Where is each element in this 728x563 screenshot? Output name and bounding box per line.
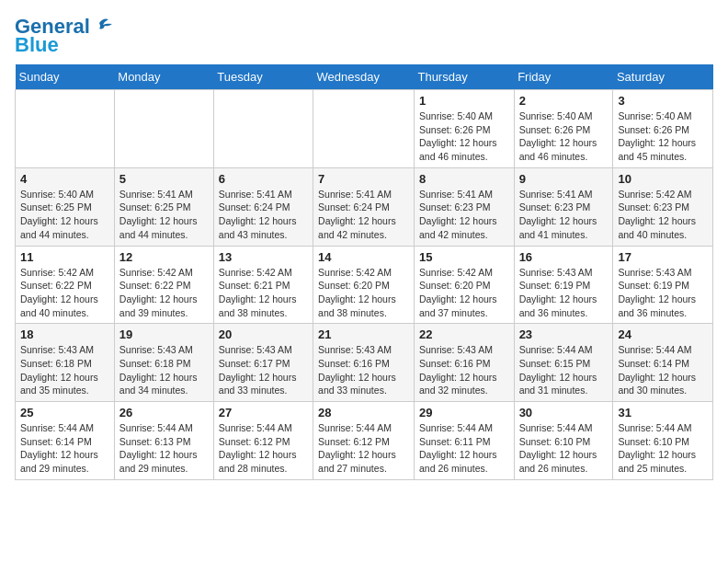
day-info: Sunrise: 5:40 AM Sunset: 6:26 PM Dayligh… [618, 109, 708, 164]
day-number: 1 [419, 94, 509, 108]
day-number: 6 [219, 172, 308, 186]
day-info: Sunrise: 5:41 AM Sunset: 6:24 PM Dayligh… [318, 188, 409, 242]
day-number: 19 [119, 327, 209, 341]
calendar-cell: 10Sunrise: 5:42 AM Sunset: 6:23 PM Dayli… [613, 167, 713, 246]
day-info: Sunrise: 5:44 AM Sunset: 6:10 PM Dayligh… [519, 421, 609, 476]
day-info: Sunrise: 5:43 AM Sunset: 6:18 PM Dayligh… [20, 343, 109, 397]
calendar-cell: 18Sunrise: 5:43 AM Sunset: 6:18 PM Dayli… [16, 324, 115, 402]
day-header-sunday: Sunday [16, 64, 115, 90]
day-info: Sunrise: 5:43 AM Sunset: 6:16 PM Dayligh… [318, 343, 409, 397]
calendar-cell: 24Sunrise: 5:44 AM Sunset: 6:14 PM Dayli… [613, 324, 713, 402]
calendar-cell [213, 90, 313, 168]
day-info: Sunrise: 5:42 AM Sunset: 6:22 PM Dayligh… [20, 266, 109, 320]
day-number: 12 [119, 250, 209, 264]
day-info: Sunrise: 5:41 AM Sunset: 6:23 PM Dayligh… [419, 188, 509, 242]
calendar-cell: 1Sunrise: 5:40 AM Sunset: 6:26 PM Daylig… [414, 90, 514, 168]
calendar-cell: 6Sunrise: 5:41 AM Sunset: 6:24 PM Daylig… [213, 167, 313, 246]
calendar-cell: 12Sunrise: 5:42 AM Sunset: 6:22 PM Dayli… [114, 246, 213, 324]
calendar-cell: 14Sunrise: 5:42 AM Sunset: 6:20 PM Dayli… [313, 246, 415, 324]
day-info: Sunrise: 5:44 AM Sunset: 6:14 PM Dayligh… [20, 421, 109, 476]
calendar-cell [16, 90, 115, 168]
day-info: Sunrise: 5:42 AM Sunset: 6:20 PM Dayligh… [318, 266, 409, 320]
week-row-5: 25Sunrise: 5:44 AM Sunset: 6:14 PM Dayli… [16, 402, 713, 480]
calendar-cell: 19Sunrise: 5:43 AM Sunset: 6:18 PM Dayli… [114, 324, 213, 402]
day-info: Sunrise: 5:43 AM Sunset: 6:17 PM Dayligh… [219, 343, 308, 397]
day-info: Sunrise: 5:41 AM Sunset: 6:24 PM Dayligh… [219, 188, 308, 242]
week-row-4: 18Sunrise: 5:43 AM Sunset: 6:18 PM Dayli… [16, 324, 713, 402]
calendar-table: SundayMondayTuesdayWednesdayThursdayFrid… [15, 64, 713, 480]
day-info: Sunrise: 5:44 AM Sunset: 6:13 PM Dayligh… [119, 421, 209, 476]
day-number: 26 [119, 406, 209, 419]
calendar-cell: 20Sunrise: 5:43 AM Sunset: 6:17 PM Dayli… [213, 324, 313, 402]
day-info: Sunrise: 5:40 AM Sunset: 6:25 PM Dayligh… [20, 188, 109, 242]
day-number: 25 [20, 406, 109, 419]
day-number: 27 [219, 406, 308, 419]
day-header-thursday: Thursday [414, 64, 514, 90]
day-info: Sunrise: 5:41 AM Sunset: 6:23 PM Dayligh… [519, 188, 609, 242]
calendar-cell: 26Sunrise: 5:44 AM Sunset: 6:13 PM Dayli… [114, 402, 213, 480]
day-info: Sunrise: 5:42 AM Sunset: 6:23 PM Dayligh… [618, 188, 708, 242]
day-info: Sunrise: 5:40 AM Sunset: 6:26 PM Dayligh… [519, 109, 609, 164]
day-number: 28 [318, 406, 409, 419]
calendar-cell: 17Sunrise: 5:43 AM Sunset: 6:19 PM Dayli… [613, 246, 713, 324]
calendar-cell: 9Sunrise: 5:41 AM Sunset: 6:23 PM Daylig… [514, 167, 613, 246]
day-header-saturday: Saturday [613, 64, 713, 90]
calendar-cell: 16Sunrise: 5:43 AM Sunset: 6:19 PM Dayli… [514, 246, 613, 324]
calendar-cell: 5Sunrise: 5:41 AM Sunset: 6:25 PM Daylig… [114, 167, 213, 246]
day-number: 31 [618, 406, 708, 419]
calendar-cell: 8Sunrise: 5:41 AM Sunset: 6:23 PM Daylig… [414, 167, 514, 246]
calendar-cell: 29Sunrise: 5:44 AM Sunset: 6:11 PM Dayli… [414, 402, 514, 480]
day-info: Sunrise: 5:44 AM Sunset: 6:12 PM Dayligh… [219, 421, 308, 476]
day-number: 8 [419, 172, 509, 186]
calendar-cell: 13Sunrise: 5:42 AM Sunset: 6:21 PM Dayli… [213, 246, 313, 324]
day-info: Sunrise: 5:42 AM Sunset: 6:21 PM Dayligh… [219, 266, 308, 320]
day-number: 21 [318, 327, 409, 341]
day-number: 16 [519, 250, 609, 264]
day-number: 7 [318, 172, 409, 186]
day-info: Sunrise: 5:44 AM Sunset: 6:10 PM Dayligh… [618, 421, 708, 476]
day-number: 20 [219, 327, 308, 341]
day-number: 2 [519, 94, 609, 108]
day-number: 22 [419, 327, 509, 341]
day-info: Sunrise: 5:40 AM Sunset: 6:26 PM Dayligh… [419, 109, 509, 164]
day-info: Sunrise: 5:42 AM Sunset: 6:22 PM Dayligh… [119, 266, 209, 320]
week-row-1: 1Sunrise: 5:40 AM Sunset: 6:26 PM Daylig… [16, 90, 713, 168]
day-header-tuesday: Tuesday [213, 64, 313, 90]
day-info: Sunrise: 5:44 AM Sunset: 6:11 PM Dayligh… [419, 421, 509, 476]
day-info: Sunrise: 5:44 AM Sunset: 6:15 PM Dayligh… [519, 343, 609, 397]
day-number: 3 [618, 94, 708, 108]
day-number: 5 [119, 172, 209, 186]
calendar-cell: 3Sunrise: 5:40 AM Sunset: 6:26 PM Daylig… [613, 90, 713, 168]
calendar-cell: 11Sunrise: 5:42 AM Sunset: 6:22 PM Dayli… [16, 246, 115, 324]
calendar-cell: 28Sunrise: 5:44 AM Sunset: 6:12 PM Dayli… [313, 402, 415, 480]
calendar-cell [313, 90, 415, 168]
calendar-cell: 15Sunrise: 5:42 AM Sunset: 6:20 PM Dayli… [414, 246, 514, 324]
calendar-cell: 7Sunrise: 5:41 AM Sunset: 6:24 PM Daylig… [313, 167, 415, 246]
day-info: Sunrise: 5:41 AM Sunset: 6:25 PM Dayligh… [119, 188, 209, 242]
day-info: Sunrise: 5:42 AM Sunset: 6:20 PM Dayligh… [419, 266, 509, 320]
day-number: 30 [519, 406, 609, 419]
day-number: 14 [318, 250, 409, 264]
day-number: 15 [419, 250, 509, 264]
calendar-cell: 2Sunrise: 5:40 AM Sunset: 6:26 PM Daylig… [514, 90, 613, 168]
calendar-cell: 25Sunrise: 5:44 AM Sunset: 6:14 PM Dayli… [16, 402, 115, 480]
day-number: 13 [219, 250, 308, 264]
calendar-cell: 22Sunrise: 5:43 AM Sunset: 6:16 PM Dayli… [414, 324, 514, 402]
day-number: 4 [20, 172, 109, 186]
calendar-cell: 31Sunrise: 5:44 AM Sunset: 6:10 PM Dayli… [613, 402, 713, 480]
logo: General Blue [15, 15, 112, 57]
calendar-cell: 21Sunrise: 5:43 AM Sunset: 6:16 PM Dayli… [313, 324, 415, 402]
week-row-2: 4Sunrise: 5:40 AM Sunset: 6:25 PM Daylig… [16, 167, 713, 246]
calendar-cell [114, 90, 213, 168]
day-header-monday: Monday [114, 64, 213, 90]
day-header-wednesday: Wednesday [313, 64, 415, 90]
day-number: 24 [618, 327, 708, 341]
day-info: Sunrise: 5:44 AM Sunset: 6:12 PM Dayligh… [318, 421, 409, 476]
day-number: 17 [618, 250, 708, 264]
day-info: Sunrise: 5:43 AM Sunset: 6:18 PM Dayligh… [119, 343, 209, 397]
bird-icon [92, 16, 112, 32]
week-row-3: 11Sunrise: 5:42 AM Sunset: 6:22 PM Dayli… [16, 246, 713, 324]
day-info: Sunrise: 5:44 AM Sunset: 6:14 PM Dayligh… [618, 343, 708, 397]
calendar-cell: 4Sunrise: 5:40 AM Sunset: 6:25 PM Daylig… [16, 167, 115, 246]
day-number: 9 [519, 172, 609, 186]
